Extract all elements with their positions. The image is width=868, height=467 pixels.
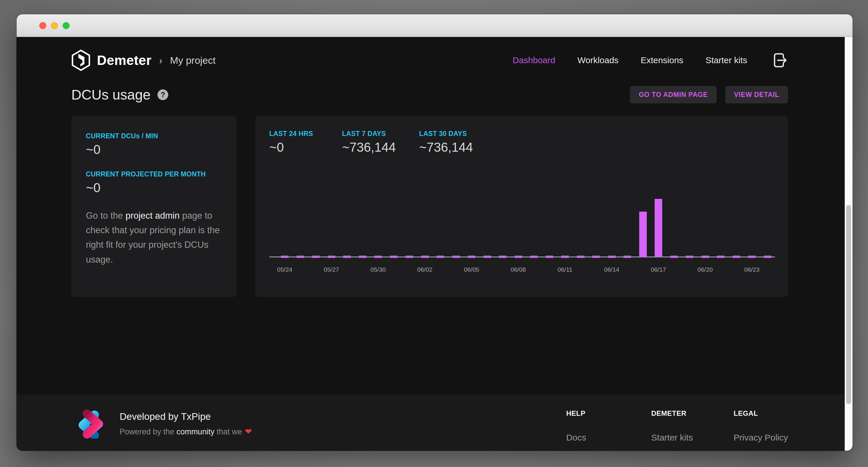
view-detail-button[interactable]: VIEW DETAIL bbox=[725, 86, 788, 103]
stat-last-24-hrs: LAST 24 HRS ~0 bbox=[269, 130, 342, 155]
footer-link-docs[interactable]: Docs bbox=[566, 433, 651, 442]
chart-bar-06/06 bbox=[484, 256, 491, 258]
chart-bar-05/24 bbox=[281, 256, 288, 258]
chart-bar-06/10 bbox=[546, 256, 553, 258]
usage-chart bbox=[269, 160, 775, 257]
chart-bar-06/19 bbox=[686, 256, 693, 258]
powered-by-text: Powered by the community that we❤ bbox=[120, 427, 252, 436]
community-link[interactable]: community bbox=[176, 427, 215, 436]
breadcrumb-chevron-icon: › bbox=[159, 55, 162, 66]
x-tick-label: 06/08 bbox=[510, 266, 526, 273]
x-tick-label: 06/14 bbox=[604, 266, 619, 273]
breadcrumb-project-name[interactable]: My project bbox=[170, 55, 216, 66]
chart-bar-06/02 bbox=[421, 256, 429, 258]
stat-current-dcus-per-min: CURRENT DCUs / MIN ~0 bbox=[86, 132, 222, 157]
x-tick-label: 06/17 bbox=[651, 266, 666, 273]
summary-card: CURRENT DCUs / MIN ~0 CURRENT PROJECTED … bbox=[71, 116, 237, 297]
heart-icon: ❤ bbox=[245, 427, 251, 436]
nav-item-extensions[interactable]: Extensions bbox=[641, 55, 683, 65]
stat-label: LAST 7 DAYS bbox=[342, 130, 419, 138]
usage-stats: LAST 24 HRS ~0 LAST 7 DAYS ~736,144 LAST… bbox=[269, 130, 774, 155]
close-window-button[interactable] bbox=[39, 22, 46, 29]
developed-by-text: Developed by TxPipe bbox=[120, 411, 252, 422]
chart-bar-05/31 bbox=[390, 256, 398, 258]
scrollbar-track[interactable] bbox=[845, 37, 852, 451]
go-to-admin-page-button[interactable]: GO TO ADMIN PAGE bbox=[630, 86, 716, 103]
stat-label: CURRENT PROJECTED PER MONTH bbox=[86, 170, 222, 178]
nav-item-workloads[interactable]: Workloads bbox=[578, 55, 619, 65]
chart-bar-06/08 bbox=[515, 256, 522, 258]
footer-link-privacy-policy[interactable]: Privacy Policy bbox=[734, 433, 788, 442]
chart-bar-06/24 bbox=[764, 256, 771, 258]
footer-columns: HELP Docs DEMETER Starter kits LEGAL Pri… bbox=[566, 409, 788, 451]
chart-bar-06/20 bbox=[702, 256, 709, 258]
chart-bar-06/03 bbox=[437, 256, 444, 258]
powered-text: Powered by the bbox=[120, 427, 176, 436]
usage-card: LAST 24 HRS ~0 LAST 7 DAYS ~736,144 LAST… bbox=[255, 116, 788, 297]
nav-links: Dashboard Workloads Extensions Starter k… bbox=[513, 52, 788, 69]
logout-icon[interactable] bbox=[772, 52, 788, 69]
stat-value: ~0 bbox=[86, 181, 222, 195]
footer-column-help: HELP Docs bbox=[566, 409, 651, 451]
demeter-logo-icon[interactable] bbox=[71, 50, 91, 71]
stat-value: ~736,144 bbox=[342, 140, 419, 155]
minimize-window-button[interactable] bbox=[51, 22, 58, 29]
chart-bar-05/29 bbox=[359, 256, 367, 258]
chart-bar-06/13 bbox=[592, 256, 600, 258]
x-tick-label: 05/24 bbox=[277, 266, 292, 273]
chart-bar-05/25 bbox=[297, 256, 304, 258]
page-header: DCUs usage ? GO TO ADMIN PAGE VIEW DETAI… bbox=[17, 86, 845, 103]
footer-column-legal: LEGAL Privacy Policy bbox=[734, 409, 788, 451]
chart-bar-06/21 bbox=[717, 256, 724, 258]
top-navigation: Demeter › My project Dashboard Workloads… bbox=[17, 45, 845, 75]
zoom-window-button[interactable] bbox=[63, 22, 69, 29]
chart-bar-06/14 bbox=[608, 256, 616, 258]
brand-name[interactable]: Demeter bbox=[97, 53, 152, 68]
x-axis-labels: 05/2405/2705/3006/0206/0506/0806/1106/14… bbox=[269, 266, 775, 278]
chart-bar-05/27 bbox=[328, 256, 335, 258]
x-tick-label: 05/30 bbox=[371, 266, 386, 273]
app-window: Demeter › My project Dashboard Workloads… bbox=[17, 14, 852, 451]
chart-bar-06/12 bbox=[577, 256, 585, 258]
stat-value: ~0 bbox=[86, 143, 222, 157]
nav-item-starter-kits[interactable]: Starter kits bbox=[706, 55, 747, 65]
stat-last-30-days: LAST 30 DAYS ~736,144 bbox=[419, 130, 473, 155]
chart-bar-06/11 bbox=[561, 256, 569, 258]
help-icon[interactable]: ? bbox=[157, 89, 168, 100]
chart-bar-06/09 bbox=[530, 256, 538, 258]
stat-label: LAST 30 DAYS bbox=[419, 130, 473, 138]
footer-link-starter-kits[interactable]: Starter kits bbox=[651, 433, 734, 442]
footer-column-title: LEGAL bbox=[734, 409, 788, 417]
footer: Developed by TxPipe Powered by the commu… bbox=[17, 395, 845, 451]
stat-label: LAST 24 HRS bbox=[269, 130, 342, 138]
footer-column-demeter: DEMETER Starter kits bbox=[651, 409, 734, 451]
chart-bar-05/28 bbox=[343, 256, 351, 258]
page: Demeter › My project Dashboard Workloads… bbox=[17, 37, 845, 451]
chart-bar-06/22 bbox=[733, 256, 740, 258]
x-tick-label: 06/20 bbox=[698, 266, 713, 273]
scrollbar-thumb[interactable] bbox=[846, 205, 851, 404]
chart-bar-05/30 bbox=[374, 256, 382, 258]
nav-item-dashboard[interactable]: Dashboard bbox=[513, 55, 555, 65]
x-tick-label: 06/02 bbox=[417, 266, 433, 273]
chart-bar-06/15 bbox=[623, 256, 631, 258]
chart-bar-06/04 bbox=[452, 256, 460, 258]
stat-value: ~736,144 bbox=[419, 140, 473, 155]
x-tick-label: 06/05 bbox=[464, 266, 479, 273]
pricing-note: Go to the project admin page to check th… bbox=[86, 209, 225, 267]
stat-value: ~0 bbox=[269, 140, 342, 155]
stat-label: CURRENT DCUs / MIN bbox=[86, 132, 222, 140]
chart-bar-05/26 bbox=[312, 256, 320, 258]
x-tick-label: 05/27 bbox=[324, 266, 339, 273]
chart-bar-06/07 bbox=[499, 256, 506, 258]
stat-current-projected-per-month: CURRENT PROJECTED PER MONTH ~0 bbox=[86, 170, 222, 195]
footer-column-title: DEMETER bbox=[651, 409, 734, 417]
page-title: DCUs usage bbox=[71, 87, 151, 103]
chart-bar-06/16 bbox=[639, 212, 647, 257]
txpipe-logo-icon[interactable] bbox=[71, 409, 106, 438]
chart-bar-06/05 bbox=[468, 256, 475, 258]
chart-bar-06/01 bbox=[405, 256, 413, 258]
footer-column-title: HELP bbox=[566, 409, 651, 417]
project-admin-link[interactable]: project admin bbox=[125, 211, 180, 221]
chart-bar-06/23 bbox=[748, 256, 756, 258]
